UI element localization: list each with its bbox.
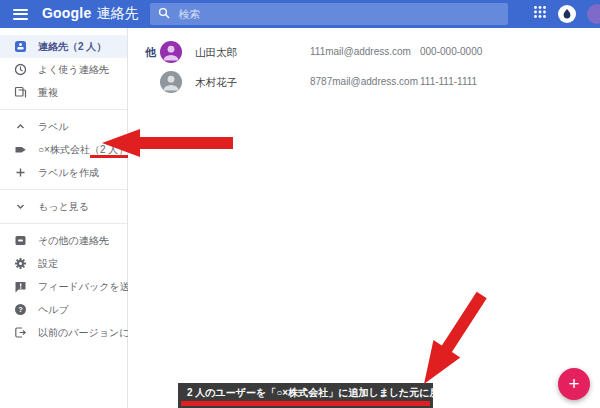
avatar[interactable]: [587, 4, 600, 24]
section-letter: 他: [145, 45, 156, 60]
menu-icon[interactable]: [13, 9, 28, 20]
help-icon: ?: [14, 303, 27, 316]
sidebar-item-frequent[interactable]: よく使う連絡先: [0, 58, 127, 81]
sidebar-item-contacts[interactable]: 連絡先（2 人）: [0, 35, 127, 58]
annotation-arrow-label: [100, 127, 235, 159]
snackbar: 2 人のユーザーを「○×株式会社」に追加しました 元に戻す: [178, 383, 433, 408]
sidebar: 連絡先（2 人） よく使う連絡先 重複 ラベル ○×株式会社（2 人）: [0, 28, 128, 408]
sidebar-item-other-contacts[interactable]: その他の連絡先: [0, 229, 127, 252]
sidebar-item-revert[interactable]: 以前のバージョンに戻す: [0, 321, 127, 344]
account-icon[interactable]: [558, 5, 576, 23]
sidebar-item-label: フィードバックを送信: [38, 280, 140, 294]
search-icon: [158, 5, 170, 23]
table-row[interactable]: 木村花子 8787mail@address.com 111-111-1111: [128, 67, 600, 97]
company-name: ○×株式会社: [38, 144, 90, 155]
sidebar-item-label: 連絡先（2 人）: [38, 40, 106, 54]
plus-icon: [14, 166, 27, 179]
contact-name: 木村花子: [195, 76, 237, 90]
page-title: Google 連絡先: [42, 5, 138, 23]
apps-grid-icon[interactable]: [533, 5, 547, 23]
table-row[interactable]: 他 山田太郎 111mail@address.com 000-000-0000: [128, 37, 600, 67]
chevron-down-icon: [14, 200, 27, 213]
contact-list: 他 山田太郎 111mail@address.com 000-000-0000 …: [128, 28, 600, 408]
search-input[interactable]: [178, 8, 478, 20]
sidebar-item-label: よく使う連絡先: [38, 63, 109, 77]
sidebar-item-label: 重複: [38, 86, 58, 100]
contacts-icon: [14, 40, 27, 53]
duplicate-icon: [14, 86, 27, 99]
restore-icon: [14, 326, 27, 339]
app-name: 連絡先: [96, 5, 138, 23]
sidebar-item-label: もっと見る: [38, 200, 89, 214]
sidebar-item-label: ラベルを作成: [38, 166, 99, 180]
avatar: [160, 71, 182, 97]
sidebar-divider: [0, 109, 127, 110]
sidebar-divider: [0, 223, 127, 224]
google-logo: Google: [42, 5, 91, 23]
contact-phone: 111-111-1111: [420, 76, 477, 87]
add-contact-button[interactable]: +: [558, 368, 590, 400]
header-actions: [533, 4, 600, 24]
sidebar-item-settings[interactable]: 設定: [0, 252, 127, 275]
sidebar-item-label: 設定: [38, 257, 58, 271]
contact-name: 山田太郎: [195, 46, 237, 60]
sidebar-section-label: ラベル: [38, 120, 69, 134]
sidebar-item-label: その他の連絡先: [38, 234, 109, 248]
contact-email: 8787mail@address.com: [310, 76, 418, 87]
chevron-up-icon: [14, 120, 27, 133]
snackbar-message: 2 人のユーザーを「○×株式会社」に追加しました: [187, 386, 409, 400]
avatar: [160, 41, 182, 67]
gear-icon: [14, 257, 27, 270]
contact-phone: 000-000-0000: [420, 46, 482, 57]
contact-email: 111mail@address.com: [310, 46, 411, 57]
sidebar-item-help[interactable]: ? ヘルプ: [0, 298, 127, 321]
archive-icon: [14, 234, 27, 247]
sidebar-divider: [0, 189, 127, 190]
google-contacts-window: Google 連絡先 連絡先（2 人）: [0, 0, 600, 408]
sidebar-item-create-label[interactable]: ラベルを作成: [0, 161, 127, 184]
feedback-icon: [14, 280, 27, 293]
sidebar-item-duplicates[interactable]: 重複: [0, 81, 127, 104]
svg-text:?: ?: [18, 305, 23, 314]
clock-icon: [14, 63, 27, 76]
sidebar-item-feedback[interactable]: フィードバックを送信: [0, 275, 127, 298]
label-icon: [14, 143, 27, 156]
app-header: Google 連絡先: [0, 0, 600, 28]
annotation-underline-snackbar: [181, 401, 430, 406]
sidebar-item-more[interactable]: もっと見る: [0, 195, 127, 218]
sidebar-item-label: ヘルプ: [38, 303, 69, 317]
search-box[interactable]: [150, 3, 508, 25]
